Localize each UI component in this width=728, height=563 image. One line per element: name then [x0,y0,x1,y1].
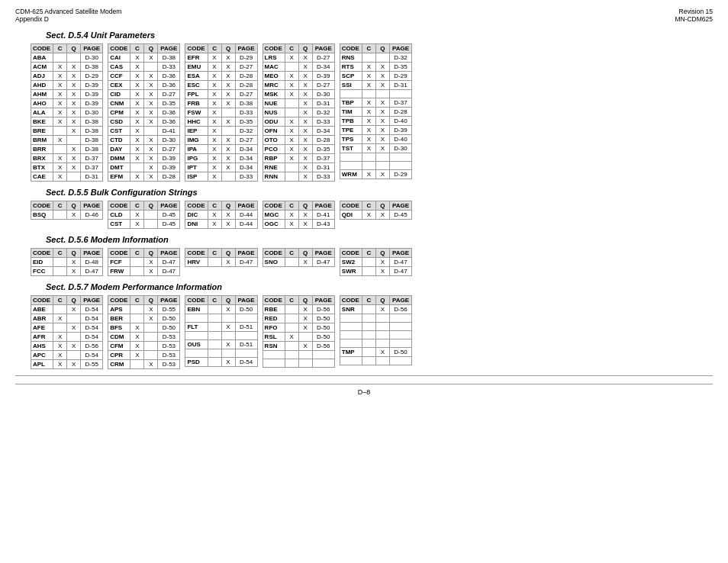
flag-cell: X [298,220,312,229]
flag-cell: X [67,258,81,267]
col-header-code: CODE [263,296,285,305]
flag-cell [130,163,144,172]
col-header-q: Q [375,201,389,211]
table-row: SW2XD-47 [340,258,411,267]
page-cell: D-50 [389,348,411,357]
code-cell: APS [108,305,130,314]
col-header-page: PAGE [389,249,411,258]
page-cell: D-29 [235,53,257,63]
col-header-page: PAGE [389,201,411,211]
flag-cell: X [144,81,158,90]
flag-cell: X [375,108,389,117]
page-cell: D-51 [235,323,257,332]
flag-cell [298,359,312,368]
table-row: LRSXXD-27 [263,53,334,63]
col-header-c: C [362,44,375,53]
table-wrapper: CODECQPAGEABEXD-54ABRXD-54AFEXD-54AFRXD-… [31,295,103,369]
col-header-page: PAGE [81,201,103,211]
code-cell: CDM [108,333,130,342]
code-cell: FLT [185,323,208,332]
page-cell: D-50 [158,314,180,323]
col-header-c: C [130,201,144,211]
flag-cell: X [130,323,144,333]
table-row: SWRXD-47 [340,267,411,276]
flag-cell: X [362,144,375,153]
flag-cell: X [130,333,144,342]
col-header-c: C [130,249,144,258]
flag-cell: X [221,63,235,72]
page-cell: D-50 [312,333,334,342]
col-header-page: PAGE [389,44,411,53]
table-row: RBEXD-56 [263,305,334,314]
col-header-page: PAGE [158,249,180,258]
table-row: RTSXXD-35 [340,63,411,72]
flag-cell: X [53,163,67,172]
page-cell: D-34 [235,145,257,154]
flag-cell: X [298,342,312,351]
code-cell [340,162,362,170]
flag-cell: X [130,211,144,220]
table-row: ODUXXD-33 [263,117,334,127]
flag-cell: X [375,211,389,220]
flag-cell: X [53,172,67,182]
col-header-page: PAGE [81,296,103,305]
table-wrapper: CODECQPAGECLDXD-45CSTXD-45 [108,201,180,229]
code-cell: NUS [263,108,285,117]
flag-cell: X [67,108,81,117]
page-cell: D-39 [158,163,180,172]
flag-cell: X [208,108,221,117]
header-revision: Revision 15 [675,8,713,15]
table-row [340,339,411,348]
flag-cell: X [362,81,375,90]
flag-cell [208,323,221,332]
flag-cell: X [130,81,144,90]
table-row: FRWXD-47 [108,267,180,276]
table-row [263,359,334,368]
page-cell [235,349,257,358]
flag-cell: X [144,305,158,314]
code-cell [340,331,362,339]
code-cell: TPS [340,135,362,144]
code-cell: WRM [340,170,362,179]
flag-cell: X [375,135,389,144]
flag-cell: X [130,145,144,154]
code-cell: CSD [108,117,130,127]
code-cell [185,349,208,358]
col-header-page: PAGE [158,44,180,53]
code-cell: CRM [108,360,130,369]
code-cell: RED [263,314,285,323]
table-row: CDMXD-53 [108,333,180,342]
page-cell: D-50 [312,314,334,323]
flag-cell [362,339,375,348]
table-row: AHDXXD-39 [31,81,103,90]
col-header-page: PAGE [389,296,411,305]
table-row: BRXXXD-37 [31,154,103,163]
table-row: EFRXXD-29 [185,53,257,63]
flag-cell: X [375,117,389,126]
table-row: ESAXXD-28 [185,72,257,81]
table-row: MRCXXD-27 [263,81,334,90]
table-row: CSDXXD-36 [108,117,180,127]
page-cell: D-30 [81,53,103,63]
flag-cell [221,108,235,117]
flag-cell: X [285,53,298,63]
table-wrapper: CODECQPAGEFCFXD-47FRWXD-47 [108,248,180,276]
flag-cell [285,63,298,72]
col-header-q: Q [144,296,158,305]
col-header-c: C [362,201,375,211]
page-cell: D-36 [158,117,180,127]
page-cell: D-35 [312,145,334,154]
flag-cell: X [144,108,158,117]
page-cell: D-38 [235,99,257,108]
flag-cell [285,351,298,359]
page-cell: D-35 [158,99,180,108]
table-row: ADJXXD-29 [31,72,103,81]
page-cell: D-27 [312,53,334,63]
flag-cell [285,172,298,182]
flag-cell [362,331,375,339]
code-cell: BER [108,314,130,323]
flag-cell: X [208,145,221,154]
flag-cell: X [298,154,312,163]
flag-cell: X [208,99,221,108]
page-cell: D-38 [81,63,103,72]
